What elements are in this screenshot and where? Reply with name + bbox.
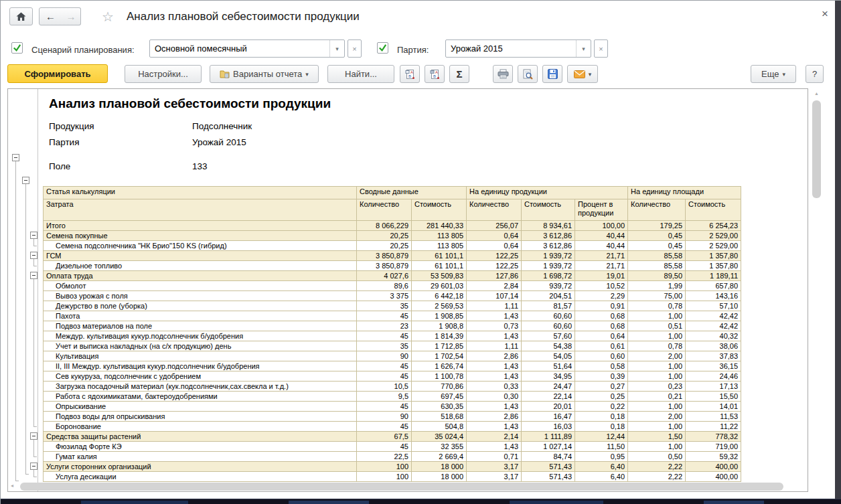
value-cell[interactable]: 2,84 bbox=[467, 281, 522, 291]
value-cell[interactable]: 1 814,39 bbox=[412, 331, 467, 341]
value-cell[interactable]: 143,16 bbox=[686, 291, 741, 301]
value-cell[interactable]: 0,25 bbox=[575, 392, 628, 402]
value-cell[interactable]: 2,00 bbox=[628, 412, 686, 422]
value-cell[interactable]: 0,61 bbox=[575, 341, 628, 351]
column-header[interactable]: Процент в продукции bbox=[575, 199, 628, 221]
row-label-cell[interactable]: Загрузка посадочный материал (кук.подсол… bbox=[44, 382, 357, 392]
column-header[interactable]: Стоимость bbox=[522, 199, 575, 221]
value-cell[interactable]: 54,05 bbox=[522, 351, 575, 361]
row-label-cell[interactable]: Обмолот bbox=[44, 281, 357, 291]
value-cell[interactable]: 1 939,72 bbox=[522, 251, 575, 261]
row-label-cell[interactable]: Услуга десикации bbox=[44, 472, 357, 482]
scroll-up-icon[interactable]: ▲ bbox=[814, 91, 819, 96]
value-cell[interactable]: 24,47 bbox=[522, 382, 575, 392]
value-cell[interactable]: 1 702,54 bbox=[412, 351, 467, 361]
row-label-cell[interactable]: Средства защиты растений bbox=[44, 432, 357, 442]
value-cell[interactable]: 10,52 bbox=[575, 281, 628, 291]
row-label-cell[interactable]: ГСМ bbox=[44, 251, 357, 261]
value-cell[interactable]: 6 254,23 bbox=[686, 221, 741, 231]
value-cell[interactable]: 89,50 bbox=[628, 271, 686, 281]
row-label-cell[interactable]: Дизельное топливо bbox=[44, 261, 357, 271]
value-cell[interactable]: 1,43 bbox=[467, 371, 522, 382]
collapse-group-toggle[interactable] bbox=[30, 252, 37, 259]
value-cell[interactable]: 1,99 bbox=[628, 281, 686, 291]
value-cell[interactable]: 400,00 bbox=[686, 462, 741, 472]
value-cell[interactable]: 1,00 bbox=[628, 331, 686, 341]
row-label-cell[interactable]: Подвоз воды для опрыскивания bbox=[44, 412, 357, 422]
value-cell[interactable]: 45 bbox=[357, 442, 412, 452]
row-label-cell[interactable]: II, III Междур. культивация кукур.подсол… bbox=[44, 361, 357, 371]
value-cell[interactable]: 1,00 bbox=[628, 311, 686, 321]
print-button[interactable] bbox=[493, 65, 513, 83]
value-cell[interactable]: 11,22 bbox=[686, 422, 741, 432]
value-cell[interactable]: 20,25 bbox=[357, 231, 412, 241]
value-cell[interactable]: 0,68 bbox=[575, 311, 628, 321]
value-cell[interactable]: 107,14 bbox=[467, 291, 522, 301]
value-cell[interactable]: 45 bbox=[357, 331, 412, 341]
row-label-cell[interactable]: Вывоз урожая с поля bbox=[44, 291, 357, 301]
value-cell[interactable]: 571,43 bbox=[522, 472, 575, 482]
row-label-cell[interactable]: Оплата труда bbox=[44, 271, 357, 281]
value-cell[interactable]: 1,00 bbox=[628, 442, 686, 452]
collapse-group-toggle[interactable] bbox=[12, 154, 19, 161]
value-cell[interactable]: 36,15 bbox=[686, 361, 741, 371]
batch-value[interactable]: Урожай 2015 bbox=[446, 40, 576, 57]
row-label-cell[interactable]: Сев кукуруза, подсолнечник с удобрением bbox=[44, 371, 357, 382]
value-cell[interactable]: 697,45 bbox=[412, 392, 467, 402]
value-cell[interactable]: 61 101,1 bbox=[412, 251, 467, 261]
value-cell[interactable]: 2,86 bbox=[467, 412, 522, 422]
value-cell[interactable]: 2 529,00 bbox=[686, 231, 741, 241]
value-cell[interactable]: 67,5 bbox=[357, 432, 412, 442]
value-cell[interactable]: 256,07 bbox=[467, 221, 522, 231]
value-cell[interactable]: 90 bbox=[357, 351, 412, 361]
value-cell[interactable]: 3 612,86 bbox=[522, 231, 575, 241]
row-label-cell[interactable]: Гумат калия bbox=[44, 452, 357, 462]
value-cell[interactable]: 42,42 bbox=[686, 321, 741, 331]
value-cell[interactable]: 18 000 bbox=[412, 462, 467, 472]
column-header[interactable]: Количество bbox=[357, 199, 412, 221]
value-cell[interactable]: 81,57 bbox=[522, 301, 575, 311]
value-cell[interactable]: 17,13 bbox=[686, 382, 741, 392]
value-cell[interactable]: 20,25 bbox=[357, 241, 412, 251]
value-cell[interactable]: 61 101,1 bbox=[412, 261, 467, 271]
value-cell[interactable]: 0,64 bbox=[575, 331, 628, 341]
save-button[interactable] bbox=[542, 65, 562, 83]
value-cell[interactable]: 1 939,72 bbox=[522, 261, 575, 271]
report-variants-button[interactable]: Варианты отчета ▾ bbox=[210, 65, 319, 83]
row-label-cell[interactable]: Пахота bbox=[44, 311, 357, 321]
value-cell[interactable]: 20,01 bbox=[522, 402, 575, 412]
value-cell[interactable]: 630,35 bbox=[412, 402, 467, 412]
value-cell[interactable]: 84,74 bbox=[522, 452, 575, 462]
value-cell[interactable]: 53 509,83 bbox=[412, 271, 467, 281]
value-cell[interactable]: 0,91 bbox=[575, 301, 628, 311]
generate-button[interactable]: Сформировать bbox=[7, 64, 108, 83]
value-cell[interactable]: 1 111,89 bbox=[522, 432, 575, 442]
value-cell[interactable]: 45 bbox=[357, 311, 412, 321]
value-cell[interactable]: 778,32 bbox=[686, 432, 741, 442]
value-cell[interactable]: 100 bbox=[357, 472, 412, 482]
value-cell[interactable]: 45 bbox=[357, 371, 412, 382]
value-cell[interactable]: 10,5 bbox=[357, 382, 412, 392]
value-cell[interactable]: 85,58 bbox=[628, 261, 686, 271]
value-cell[interactable]: 37,83 bbox=[686, 351, 741, 361]
value-cell[interactable]: 6,40 bbox=[575, 462, 628, 472]
value-cell[interactable]: 504,8 bbox=[412, 422, 467, 432]
value-cell[interactable]: 4 027,6 bbox=[357, 271, 412, 281]
value-cell[interactable]: 3 375 bbox=[357, 291, 412, 301]
vertical-scrollbar-track[interactable]: ▲ bbox=[812, 90, 822, 491]
value-cell[interactable]: 0,64 bbox=[467, 241, 522, 251]
value-cell[interactable]: 1,43 bbox=[467, 311, 522, 321]
value-cell[interactable]: 0,78 bbox=[628, 301, 686, 311]
value-cell[interactable]: 1,11 bbox=[467, 301, 522, 311]
value-cell[interactable]: 57,10 bbox=[686, 301, 741, 311]
close-icon[interactable]: × bbox=[822, 7, 828, 21]
value-cell[interactable]: 90 bbox=[357, 412, 412, 422]
collapse-group-toggle[interactable] bbox=[30, 432, 37, 440]
value-cell[interactable]: 1 698,72 bbox=[522, 271, 575, 281]
value-cell[interactable]: 939,72 bbox=[522, 281, 575, 291]
value-cell[interactable]: 35 024,4 bbox=[412, 432, 467, 442]
value-cell[interactable]: 719,00 bbox=[686, 442, 741, 452]
value-cell[interactable]: 16,03 bbox=[522, 422, 575, 432]
row-label-cell[interactable]: Работа с ядохимикатами, бактероудобрения… bbox=[44, 392, 357, 402]
value-cell[interactable]: 24,46 bbox=[686, 371, 741, 382]
